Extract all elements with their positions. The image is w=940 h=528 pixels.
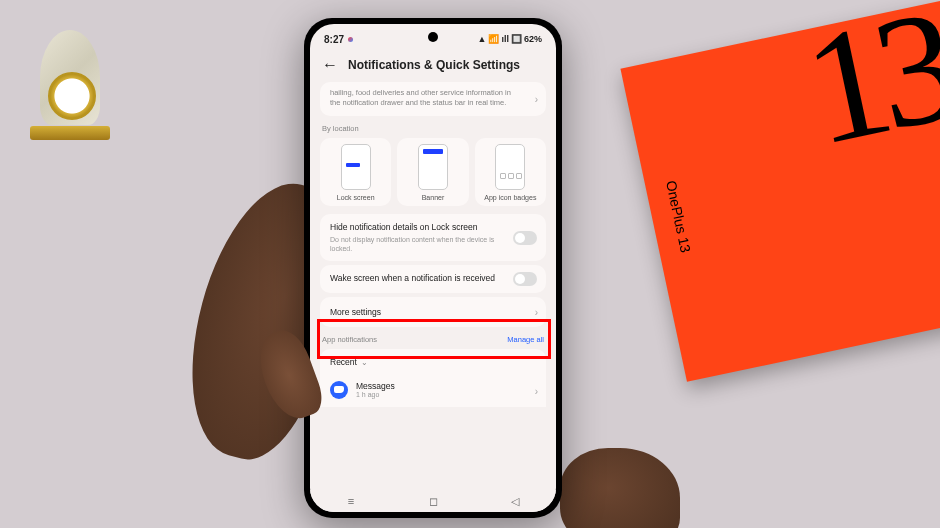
chevron-right-icon: › [535, 385, 538, 396]
banner-option[interactable]: Banner [397, 138, 468, 206]
phone-screen: 8:27 ▲ 📶 ıll 🔲 62% ← Notifications & Qui… [310, 24, 556, 512]
signal-icon-2: ıll [501, 34, 509, 44]
hide-details-toggle[interactable] [513, 231, 537, 245]
page-header: ← Notifications & Quick Settings [310, 50, 556, 82]
more-settings-row[interactable]: More settings › [320, 297, 546, 327]
wake-screen-toggle[interactable] [513, 272, 537, 286]
box-number: 13 [790, 0, 940, 183]
wake-screen-title: Wake screen when a notification is recei… [330, 273, 536, 284]
chevron-down-icon: ⌄ [361, 358, 368, 367]
live-info-desc: hailing, food deliveries and other servi… [330, 88, 536, 108]
chevron-right-icon: › [535, 306, 538, 317]
chevron-right-icon: › [535, 94, 538, 105]
notification-dot-icon [348, 37, 353, 42]
lock-screen-option[interactable]: Lock screen [320, 138, 391, 206]
battery-percent: 62% [524, 34, 542, 44]
badges-preview-icon [495, 144, 525, 190]
back-button[interactable]: ◁ [508, 494, 522, 508]
recents-button[interactable]: ≡ [344, 494, 358, 508]
camera-hole [428, 32, 438, 42]
desk-clock-prop [30, 30, 120, 140]
messages-app-row[interactable]: Messages 1 h ago › [320, 375, 546, 407]
wifi-icon: ▲ [478, 34, 487, 44]
app-name: Messages [356, 381, 395, 391]
location-options-row: Lock screen Banner App icon badges [320, 138, 546, 206]
live-info-card[interactable]: hailing, food deliveries and other servi… [320, 82, 546, 116]
lock-screen-preview-icon [341, 144, 371, 190]
hide-details-setting[interactable]: Hide notification details on Lock screen… [320, 214, 546, 261]
phone-device: 8:27 ▲ 📶 ıll 🔲 62% ← Notifications & Qui… [304, 18, 562, 518]
hand-pointing [560, 448, 680, 528]
app-time: 1 h ago [356, 391, 395, 398]
banner-preview-icon [418, 144, 448, 190]
battery-icon: 🔲 [511, 34, 522, 44]
box-brand-text: OnePlus 13 [663, 179, 694, 254]
page-title: Notifications & Quick Settings [348, 58, 520, 72]
more-settings-label: More settings [330, 307, 381, 317]
manage-all-link[interactable]: Manage all [507, 335, 544, 344]
home-button[interactable]: ◻ [426, 494, 440, 508]
wake-screen-setting[interactable]: Wake screen when a notification is recei… [320, 265, 546, 292]
back-arrow-icon[interactable]: ← [322, 56, 338, 74]
status-time: 8:27 [324, 34, 344, 45]
by-location-label: By location [320, 124, 546, 138]
app-badges-option[interactable]: App icon badges [475, 138, 546, 206]
hide-details-title: Hide notification details on Lock screen [330, 222, 536, 233]
navigation-bar: ≡ ◻ ◁ [310, 490, 556, 512]
recent-tab[interactable]: Recent ⌄ [320, 349, 546, 375]
messages-app-icon [330, 381, 348, 399]
signal-icon: 📶 [488, 34, 499, 44]
product-box-prop: OnePlus 13 13 [620, 0, 940, 382]
hide-details-desc: Do not display notification content when… [330, 235, 536, 253]
app-notifications-label: App notifications [322, 335, 377, 344]
